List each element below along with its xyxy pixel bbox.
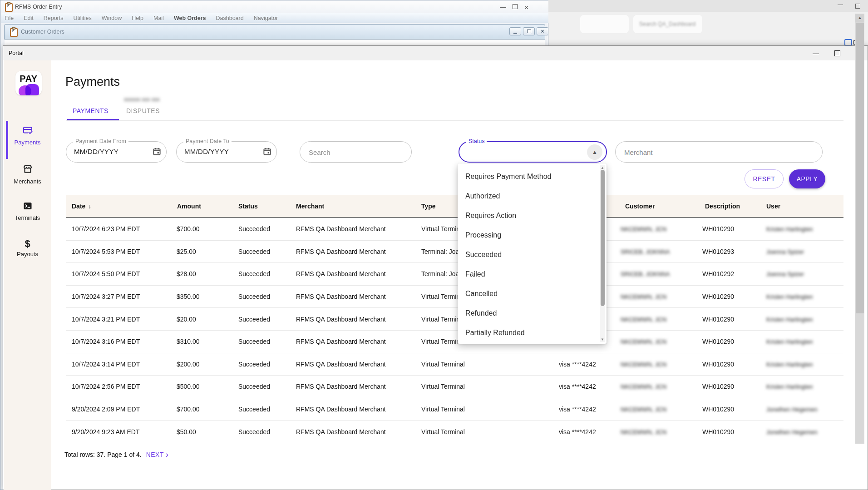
scrollbar-thumb[interactable] [601,170,605,306]
column-header-user[interactable]: User [766,203,780,210]
minimize-icon[interactable]: — [838,1,843,8]
scroll-down-icon[interactable]: ▼ [600,337,605,342]
cell-amount: $28.00 [177,270,196,277]
status-field[interactable]: Status ▲ [459,141,607,163]
cell-date: 9/20/2024 9:23 AM EDT [72,428,139,436]
menu-navigator[interactable]: Navigator [254,15,278,21]
cell-date: 10/7/2024 5:53 PM EDT [72,248,140,255]
scrollbar-thumb[interactable] [856,23,864,313]
menu-help[interactable]: Help [132,15,143,21]
apply-button[interactable]: APPLY [789,169,825,188]
menu-utilities[interactable]: Utilities [73,15,91,21]
rfms-titlebar: RFMS Order Entry — × [0,0,549,13]
menu-item-failed[interactable]: Failed [458,264,607,284]
menu-reports[interactable]: Reports [44,15,64,21]
cell-customer-redacted: NKCEMWN, JCN [621,383,666,390]
search-input[interactable] [308,142,388,163]
column-header-amount[interactable]: Amount [177,203,201,210]
maximize-icon[interactable] [830,49,844,58]
merchant-input[interactable] [623,142,770,163]
menu-file[interactable]: File [5,15,14,21]
cell-status: Succeeded [238,248,270,255]
window-scrollbar[interactable]: ▲ [855,14,864,444]
menu-item-requires-action[interactable]: Requires Action [458,206,607,225]
calendar-icon[interactable] [153,147,161,156]
cell-status: Succeeded [238,225,270,233]
redacted-text: xxxxxx xxx xxx [124,96,182,102]
scroll-up-icon[interactable]: ▲ [855,14,864,22]
menu-edit[interactable]: Edit [24,15,34,21]
tab-disputes[interactable]: DISPUTES [126,107,160,114]
column-header-type[interactable]: Type [421,203,436,210]
tab-payments[interactable]: PAYMENTS [73,107,108,114]
menu-item-authorized[interactable]: Authorized [458,186,607,206]
table-row[interactable]: 10/7/2024 6:23 PM EDT $700.00 Succeeded … [66,218,843,241]
reset-button[interactable]: RESET [745,169,784,188]
search-field[interactable] [300,141,412,163]
table-row[interactable]: 10/7/2024 3:27 PM EDT $350.00 Succeeded … [66,286,843,308]
column-header-status[interactable]: Status [238,203,258,210]
cell-customer-redacted: NKCEMWN, JCN [621,406,666,413]
sidebar-item-payouts[interactable]: $ Payouts [4,238,51,257]
search-input[interactable]: Search QA_Dashboard [633,15,702,33]
cell-user-redacted: Jonelhen Hegemen [766,428,818,435]
minimize-icon[interactable] [509,27,521,35]
cell-user-redacted: Krislen Harlingten [766,293,813,300]
cell-payment-method: visa ****4242 [559,428,596,436]
column-header-date[interactable]: Date↓ [72,203,91,210]
dropdown-collapse-button[interactable]: ▲ [587,144,602,160]
menu-mail[interactable]: Mail [153,15,164,21]
calendar-icon[interactable] [263,147,271,156]
table-row[interactable]: 10/7/2024 5:53 PM EDT $25.00 Succeeded R… [66,241,843,263]
payment-date-to-field[interactable]: Payment Date To MM/DD/YYYY [176,141,277,163]
payment-date-from-field[interactable]: Payment Date From MM/DD/YYYY [66,141,167,163]
table-row[interactable]: 10/7/2024 5:50 PM EDT $28.00 Succeeded R… [66,263,843,286]
cell-customer-redacted: NKCEMWN, JCN [621,428,666,435]
scroll-up-icon[interactable]: ▲ [600,166,605,170]
menu-web-orders[interactable]: Web Orders [174,15,206,21]
table-row[interactable]: 10/7/2024 3:16 PM EDT $310.00 Succeeded … [66,331,843,353]
table-row[interactable]: 10/7/2024 3:14 PM EDT $200.00 Succeeded … [66,353,843,376]
menu-window[interactable]: Window [102,15,122,21]
maximize-icon[interactable] [509,4,521,12]
cell-status: Succeeded [238,406,270,413]
cell-merchant: RFMS QA Dashboard Merchant [296,270,386,277]
cell-type: Terminal: Joa [421,270,459,277]
next-page-button[interactable]: NEXT › [146,450,169,459]
table-row[interactable]: 10/7/2024 3:21 PM EDT $20.00 Succeeded R… [66,308,843,331]
column-header-customer[interactable]: Customer [625,203,655,210]
merchant-field[interactable] [615,141,823,163]
storefront-icon [22,164,33,175]
column-header-merchant[interactable]: Merchant [296,203,324,210]
maximize-icon[interactable] [855,2,860,10]
cell-amount: $700.00 [177,225,200,233]
close-icon[interactable]: × [521,4,533,12]
cell-date: 10/7/2024 3:21 PM EDT [72,316,140,323]
sidebar-item-merchants[interactable]: Merchants [4,164,51,185]
cell-status: Succeeded [238,428,270,436]
menu-item-cancelled[interactable]: Cancelled [458,284,607,303]
menu-item-processing[interactable]: Processing [458,225,607,245]
sidebar-item-payments[interactable]: Payments [4,125,51,146]
sidebar-item-terminals[interactable]: Terminals [4,200,51,221]
menu-item-succeeded[interactable]: Succeeded [458,245,607,264]
cell-description: WH010290 [702,293,734,300]
menu-item-refunded[interactable]: Refunded [458,303,607,323]
dropdown-scrollbar[interactable]: ▲ ▼ [600,165,605,342]
logo-blob-right [25,84,39,95]
chevron-right-icon: › [166,450,169,459]
menu-dashboard[interactable]: Dashboard [216,15,244,21]
table-row[interactable]: 9/20/2024 9:23 AM EDT $50.00 Succeeded R… [66,421,843,443]
pay-logo: PAY [15,71,42,95]
menu-item-requires-payment-method[interactable]: Requires Payment Method [458,167,607,186]
minimize-icon[interactable]: — [809,49,823,58]
close-icon[interactable]: × [537,27,548,35]
menu-item-partially-refunded[interactable]: Partially Refunded [458,323,607,342]
cell-merchant: RFMS QA Dashboard Merchant [296,316,386,323]
cell-merchant: RFMS QA Dashboard Merchant [296,406,386,413]
table-row[interactable]: 10/7/2024 2:56 PM EDT $500.00 Succeeded … [66,376,843,398]
minimize-icon[interactable]: — [497,4,509,12]
column-header-description[interactable]: Description [705,203,740,210]
restore-icon[interactable] [523,27,535,35]
table-row[interactable]: 9/20/2024 2:09 PM EDT $700.00 Succeeded … [66,398,843,421]
